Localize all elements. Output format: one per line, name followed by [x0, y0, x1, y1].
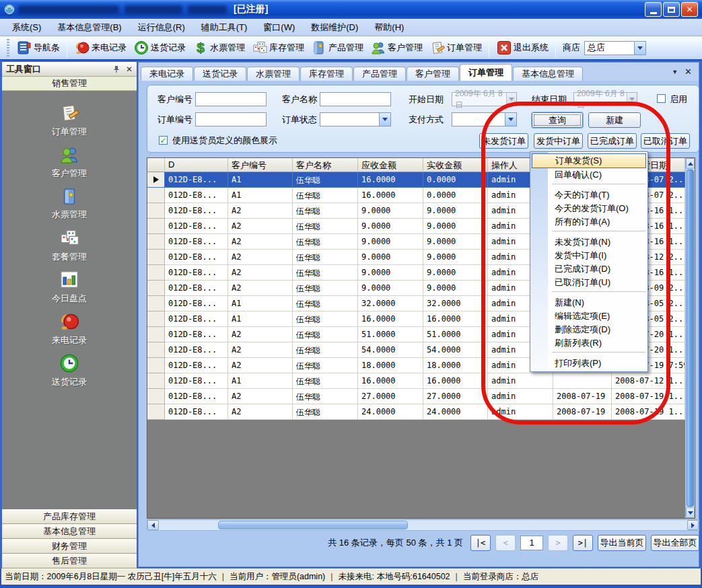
menu-bar-item[interactable]: 基本信息管理(B) [49, 19, 129, 36]
order-status-filter-button[interactable]: 发货中订单 [534, 133, 583, 149]
context-menu-item[interactable]: 新建(N) [530, 296, 647, 309]
pin-icon[interactable] [112, 65, 120, 73]
toolbar-call-log-button[interactable]: 来电记录 [71, 38, 129, 57]
cell-customer-name[interactable]: 伍华聪 [293, 281, 358, 296]
scroll-up-icon[interactable] [686, 158, 695, 169]
row-selector[interactable] [147, 342, 165, 358]
cell-received[interactable]: 16.0000 [423, 373, 488, 389]
table-column-header[interactable]: 客户编号 [228, 158, 293, 172]
toolbar-inventory-button[interactable]: 库存管理 [249, 38, 307, 57]
context-menu-item[interactable]: 打印列表(P) [530, 357, 647, 370]
cell-required-date[interactable]: 2008-07-19 1... [612, 404, 685, 420]
cell-receivable[interactable]: 18.0000 [358, 358, 423, 373]
tab[interactable]: 客户管理 [407, 67, 459, 81]
cell-received[interactable]: 0.0000 [423, 188, 488, 203]
row-selector[interactable] [147, 265, 165, 281]
cell-customer-code[interactable]: A2 [228, 327, 293, 342]
cell-customer-name[interactable]: 伍华聪 [293, 188, 358, 203]
vertical-scroll-thumb[interactable] [687, 170, 694, 507]
cell-customer-name[interactable]: 伍华聪 [293, 219, 358, 234]
toolbar-water-ticket-button[interactable]: $ 水票管理 [190, 38, 248, 57]
order-status-filter-button[interactable]: 已取消订单 [641, 133, 690, 149]
cell-customer-code[interactable]: A2 [228, 250, 293, 265]
sidebar-group-bar[interactable]: 售后管理 [2, 554, 137, 568]
order-status-filter-button[interactable]: 已完成订单 [588, 133, 637, 149]
sidebar-item-delivery-log[interactable]: 送货记录 [19, 349, 120, 391]
cell-customer-code[interactable]: A1 [228, 188, 293, 203]
export-all-pages-button[interactable]: 导出全部页 [651, 535, 699, 551]
first-page-button[interactable]: |< [470, 535, 491, 551]
cell-required-date[interactable]: 2008-07-19 1... [612, 389, 685, 404]
cell-receivable[interactable]: 9.0000 [358, 250, 423, 265]
tab[interactable]: 基本信息管理 [513, 67, 583, 81]
table-row[interactable]: 012D-E8... A1 伍华聪 16.0000 16.0000 admin … [147, 373, 685, 389]
cell-customer-code[interactable]: A2 [228, 358, 293, 373]
cell-id[interactable]: 012D-E8... [165, 296, 228, 311]
cell-customer-name[interactable]: 伍华聪 [293, 358, 358, 373]
cell-order-date[interactable]: 2008-07-19 1... [553, 404, 612, 420]
row-selector[interactable] [147, 296, 165, 311]
cell-customer-name[interactable]: 伍华聪 [293, 311, 358, 327]
cell-order-date[interactable]: 2008-07-19 1... [553, 389, 612, 404]
menu-bar-item[interactable]: 运行信息(R) [130, 19, 193, 36]
sidebar-item-customer-management[interactable]: 客户管理 [19, 141, 120, 182]
cell-customer-name[interactable]: 伍华聪 [293, 250, 358, 265]
cell-operator[interactable]: admin [488, 404, 553, 420]
cell-order-date[interactable] [553, 373, 612, 389]
row-selector[interactable] [147, 327, 165, 342]
cell-received[interactable]: 54.0000 [423, 342, 488, 358]
horizontal-scrollbar[interactable] [147, 519, 699, 531]
cell-customer-code[interactable]: A2 [228, 342, 293, 358]
cell-received[interactable]: 16.0000 [423, 311, 488, 327]
cell-customer-code[interactable]: A2 [228, 234, 293, 250]
cell-customer-name[interactable]: 伍华聪 [293, 265, 358, 281]
row-selector[interactable] [147, 389, 165, 404]
sidebar-item-water-ticket-management[interactable]: 水票管理 [19, 182, 120, 224]
order-status-filter-button[interactable]: 未发货订单 [479, 133, 528, 149]
cell-id[interactable]: 012D-E8... [165, 265, 228, 281]
row-selector[interactable] [147, 219, 165, 234]
cell-receivable[interactable]: 32.0000 [358, 296, 423, 311]
cell-customer-code[interactable]: A2 [228, 203, 293, 219]
cell-id[interactable]: 012D-E8... [165, 188, 228, 203]
cell-received[interactable]: 51.0000 [423, 327, 488, 342]
toolbar-order-button[interactable]: 订单管理 [427, 38, 485, 57]
row-selector[interactable] [147, 404, 165, 420]
cell-id[interactable]: 012D-E8... [165, 389, 228, 404]
cell-id[interactable]: 012D-E8... [165, 172, 228, 188]
cell-received[interactable]: 27.0000 [423, 389, 488, 404]
cell-customer-name[interactable]: 伍华聪 [293, 373, 358, 389]
toolbar-navbar-button[interactable]: 导航条 [13, 38, 63, 57]
cell-received[interactable]: 9.0000 [423, 265, 488, 281]
cell-receivable[interactable]: 16.0000 [358, 172, 423, 188]
cell-customer-name[interactable]: 伍华聪 [293, 404, 358, 420]
cell-receivable[interactable]: 9.0000 [358, 234, 423, 250]
tab[interactable]: 来电记录 [141, 67, 193, 81]
tab[interactable]: 库存管理 [300, 67, 353, 81]
row-selector[interactable] [147, 203, 165, 219]
cell-receivable[interactable]: 51.0000 [358, 327, 423, 342]
cell-customer-code[interactable]: A1 [228, 373, 293, 389]
table-column-header[interactable]: 实收金额 [423, 158, 488, 172]
cell-receivable[interactable]: 27.0000 [358, 389, 423, 404]
customer-code-input[interactable] [195, 92, 267, 106]
cell-id[interactable]: 012D-E8... [165, 281, 228, 296]
end-date-picker[interactable]: 2009年 6月 8日 [573, 92, 637, 106]
context-menu-item[interactable]: 删除选定项(D) [530, 323, 647, 336]
cell-id[interactable]: 012D-E8... [165, 219, 228, 234]
toolbar-customer-button[interactable]: 客户管理 [367, 38, 425, 57]
scroll-right-icon[interactable] [687, 520, 699, 530]
cell-id[interactable]: 012D-E8... [165, 327, 228, 342]
cell-id[interactable]: 012D-E8... [165, 250, 228, 265]
cell-customer-code[interactable]: A2 [228, 219, 293, 234]
row-selector[interactable] [147, 188, 165, 203]
cell-customer-code[interactable]: A2 [228, 265, 293, 281]
store-select-caret-icon[interactable] [634, 42, 645, 54]
menu-bar-item[interactable]: 帮助(H) [366, 19, 412, 36]
store-select[interactable]: 总店 [584, 41, 646, 55]
cell-customer-name[interactable]: 伍华聪 [293, 234, 358, 250]
cell-operator[interactable]: admin [488, 389, 553, 404]
start-date-picker[interactable]: 2009年 6月 8日 [452, 92, 517, 106]
next-page-button[interactable]: > [548, 535, 568, 551]
end-date-caret-icon[interactable] [627, 93, 637, 106]
